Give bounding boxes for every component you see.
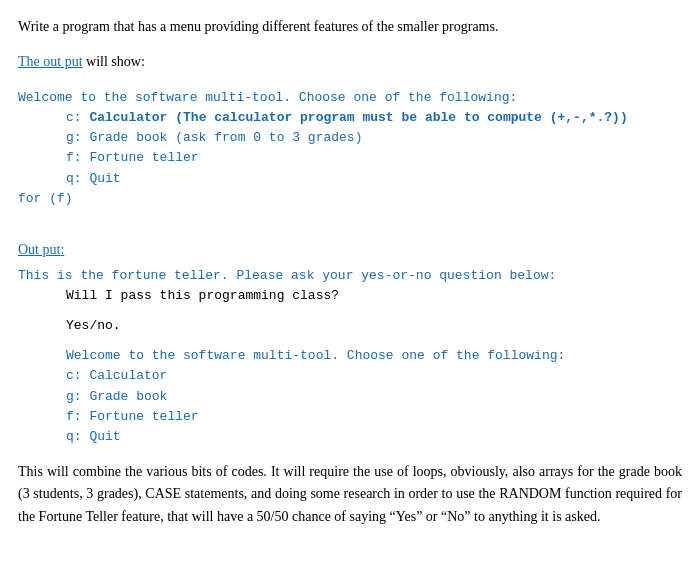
the-label: The out put bbox=[18, 51, 83, 72]
yes-no-line: Yes/no. bbox=[66, 316, 682, 336]
fortune-intro-line: This is the fortune teller. Please ask y… bbox=[18, 266, 682, 286]
bottom-paragraph: This will combine the various bits of co… bbox=[18, 461, 682, 528]
menu-item-g: g: Grade book (ask from 0 to 3 grades) bbox=[66, 128, 682, 148]
menu2-item-c: c: Calculator bbox=[66, 366, 682, 386]
intro-paragraph: Write a program that has a menu providin… bbox=[18, 16, 682, 37]
output-section: Out put: This is the fortune teller. Ple… bbox=[18, 239, 682, 447]
menu-item-c: c: Calculator (The calculator program mu… bbox=[66, 108, 682, 128]
menu2-item-q: q: Quit bbox=[66, 427, 682, 447]
welcome-line-1: Welcome to the software multi-tool. Choo… bbox=[18, 88, 682, 108]
welcome-line-2: Welcome to the software multi-tool. Choo… bbox=[66, 346, 682, 366]
menu-item-q: q: Quit bbox=[66, 169, 682, 189]
for-line: for (f) bbox=[18, 189, 682, 209]
calculator-note: (The calculator program must be able to … bbox=[175, 110, 627, 125]
output-label: Out put: bbox=[18, 239, 682, 260]
will-show-text: will show: bbox=[83, 54, 145, 69]
calculator-label-bold: Calculator bbox=[89, 110, 167, 125]
will-line: Will I pass this programming class? bbox=[66, 286, 682, 306]
colon: : bbox=[60, 242, 64, 257]
out-put-label-text: Out put bbox=[18, 242, 60, 257]
output-code-block: This is the fortune teller. Please ask y… bbox=[18, 266, 682, 447]
out-put-underline: out put bbox=[43, 54, 82, 69]
menu2-item-g: g: Grade book bbox=[66, 387, 682, 407]
menu2-item-f: f: Fortune teller bbox=[66, 407, 682, 427]
input-label-block: The out put will show: bbox=[18, 51, 682, 78]
input-code-block: Welcome to the software multi-tool. Choo… bbox=[18, 88, 682, 209]
menu-item-f: f: Fortune teller bbox=[66, 148, 682, 168]
welcome-text-1: Welcome to the software multi-tool. Choo… bbox=[18, 90, 517, 105]
